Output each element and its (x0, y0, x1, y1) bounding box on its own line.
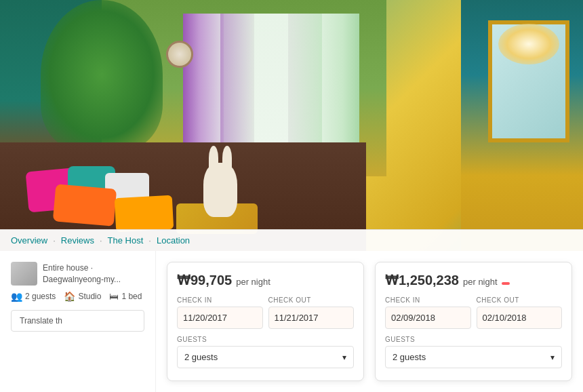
nav-host[interactable]: The Host (108, 235, 144, 246)
check-out-group-2: Check Out 02/10/2018 (477, 296, 563, 329)
guests-select-2[interactable]: 2 guests ▾ (385, 346, 562, 368)
nav-sep-2: · (100, 235, 102, 246)
room-icon: 🏠 (64, 291, 75, 302)
check-out-label-2: Check Out (477, 296, 563, 304)
meta-room: 🏠 Studio (64, 291, 101, 302)
listing-sep: · (91, 263, 93, 273)
booking-cards: ₩99,705 per night Check In 11/20/2017 Ch… (156, 251, 583, 392)
nav-sep-1: · (53, 235, 56, 246)
guests-group-2: Guests 2 guests ▾ (385, 336, 562, 368)
price-row-1: ₩99,705 per night (177, 272, 354, 288)
date-row-2: Check In 02/09/2018 Check Out 02/10/2018 (385, 296, 562, 329)
nav-sep-3: · (148, 235, 151, 246)
guests-value-1: 2 guests (184, 352, 218, 362)
tree-decoration (41, 0, 163, 149)
bed-icon: 🛏 (109, 291, 119, 302)
check-in-input-1[interactable]: 11/20/2017 (177, 307, 263, 329)
translate-button[interactable]: Translate th (11, 310, 144, 332)
nav-location[interactable]: Location (157, 235, 190, 246)
check-in-label-2: Check In (385, 296, 471, 304)
guests-icon: 👥 (11, 291, 22, 302)
check-in-group-2: Check In 02/09/2018 (385, 296, 471, 329)
guests-label-2: Guests (385, 336, 562, 343)
guests-group-1: Guests 2 guests ▾ (177, 336, 354, 368)
guests-select-1[interactable]: 2 guests ▾ (177, 346, 354, 368)
bunny-stuffed-toy (203, 163, 237, 217)
date-row-1: Check In 11/20/2017 Check Out 11/21/2017 (177, 296, 354, 329)
check-in-group-1: Check In 11/20/2017 (177, 296, 263, 329)
listing-info: Entire house · Daegwalnyeong-my... (43, 262, 144, 286)
host-avatar (11, 262, 37, 286)
check-out-input-2[interactable]: 02/10/2018 (477, 307, 563, 329)
guests-count: 2 guests (25, 292, 56, 301)
meta-beds: 🛏 1 bed (109, 291, 142, 302)
check-out-label-1: Check Out (268, 296, 355, 304)
sale-badge (502, 282, 510, 285)
guests-label-1: Guests (177, 336, 354, 343)
pillow-orange1 (53, 184, 117, 227)
booking-card-1: ₩99,705 per night Check In 11/20/2017 Ch… (167, 262, 364, 381)
guests-value-2: 2 guests (393, 352, 426, 362)
price-2: ₩1,250,238 (385, 272, 459, 288)
chevron-down-icon-2: ▾ (550, 353, 555, 362)
check-out-group-1: Check Out 11/21/2017 (268, 296, 355, 329)
chandelier (498, 24, 559, 64)
room-type: Studio (78, 292, 101, 301)
beds-count: 1 bed (121, 292, 142, 301)
price-row-2: ₩1,250,238 per night (385, 272, 562, 288)
price-1: ₩99,705 (177, 272, 232, 288)
nav-overview[interactable]: Overview (11, 235, 47, 246)
listing-type: Entire house (43, 263, 88, 273)
content-area: Entire house · Daegwalnyeong-my... 👥 2 g… (0, 251, 583, 392)
wall-clock (166, 41, 193, 68)
hero-image: Overview · Reviews · The Host · Location (0, 0, 583, 251)
per-night-1: per night (236, 277, 270, 287)
booking-card-2: ₩1,250,238 per night Check In 02/09/2018… (375, 262, 572, 381)
check-in-input-2[interactable]: 02/09/2018 (385, 307, 471, 329)
navigation-bar: Overview · Reviews · The Host · Location (0, 229, 583, 251)
check-out-input-1[interactable]: 11/21/2017 (268, 307, 355, 329)
chevron-down-icon-1: ▾ (342, 353, 346, 362)
per-night-2: per night (463, 277, 498, 287)
nav-reviews[interactable]: Reviews (61, 235, 94, 246)
meta-guests: 👥 2 guests (11, 291, 56, 302)
listing-location: Daegwalnyeong-my... (43, 275, 121, 284)
avatar-row: Entire house · Daegwalnyeong-my... (11, 262, 144, 286)
check-in-label-1: Check In (177, 296, 263, 304)
pillow-orange2 (115, 195, 174, 232)
listing-meta: 👥 2 guests 🏠 Studio 🛏 1 bed (11, 291, 144, 302)
left-panel: Entire house · Daegwalnyeong-my... 👥 2 g… (0, 251, 156, 392)
